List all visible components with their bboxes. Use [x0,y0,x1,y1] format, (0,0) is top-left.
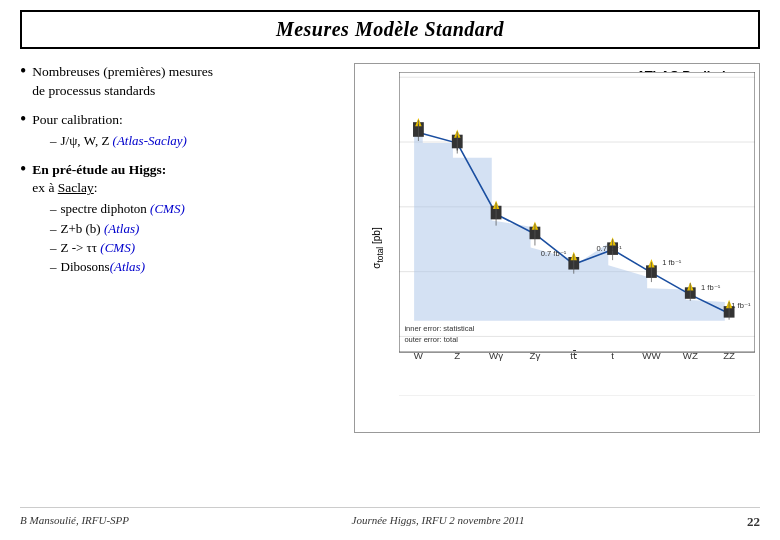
svg-text:1 fb⁻¹: 1 fb⁻¹ [701,284,721,293]
sub-item-jz: – J/ψ, W, Z (Atlas-Saclay) [50,132,340,150]
slide-title: Mesures Modèle Standard [20,10,760,49]
svg-text:1 fb⁻¹: 1 fb⁻¹ [662,258,682,267]
svg-text:1 fb⁻¹: 1 fb⁻¹ [731,301,751,310]
bullet-1-text: Nombreuses (premières) mesuresde process… [32,63,213,101]
svg-text:outer error: total: outer error: total [404,335,458,344]
bullet-dot-3: • [20,159,26,181]
sub-text-dibosons: Dibosons(Atlas) [61,258,146,276]
chart-plot: 10⁵ 10⁴ 10³ 10² 10 [399,72,755,396]
sub-text-diphoton: spectre diphoton (CMS) [61,200,185,218]
page-number: 22 [747,514,760,530]
dash: – [50,200,57,218]
content-area: • Nombreuses (premières) mesuresde proce… [20,63,760,499]
dash: – [50,239,57,257]
right-panel: ATLAS Preliminary ∫ L dt = 0.035 - 1.04 … [354,63,760,499]
bullet-3-sublist: – spectre diphoton (CMS) – Z+b (b) (Atla… [50,200,340,276]
dash: – [50,258,57,276]
bullet-3-text: En pré-étude au Higgs: ex à Saclay: [32,161,166,199]
chart-container: ATLAS Preliminary ∫ L dt = 0.035 - 1.04 … [354,63,760,433]
bullet-1: • Nombreuses (premières) mesuresde proce… [20,63,340,101]
bullet-dot-2: • [20,109,26,131]
sub-text-zb: Z+b (b) (Atlas) [61,220,140,238]
sub-item-ztautau: – Z -> ττ (CMS) [50,239,340,257]
svg-marker-11 [414,124,725,320]
svg-text:inner error: statistical: inner error: statistical [404,324,474,333]
svg-text:0.7 fb⁻¹: 0.7 fb⁻¹ [596,244,622,253]
bullet-2-sublist: – J/ψ, W, Z (Atlas-Saclay) [50,132,340,150]
bullet-2-text: Pour calibration: [32,111,122,130]
bullet-2: • Pour calibration: – J/ψ, W, Z (Atlas-S… [20,111,340,151]
left-panel: • Nombreuses (premières) mesuresde proce… [20,63,340,499]
chart-svg: 10⁵ 10⁴ 10³ 10² 10 [399,72,755,396]
title-text: Mesures Modèle Standard [276,18,504,40]
y-axis-label: σtotal [pb] [371,227,385,268]
bullet-3: • En pré-étude au Higgs: ex à Saclay: – … [20,161,340,277]
sub-text-jz: J/ψ, W, Z (Atlas-Saclay) [61,132,187,150]
svg-text:0.7 fb⁻¹: 0.7 fb⁻¹ [541,249,567,258]
slide-page: Mesures Modèle Standard • Nombreuses (pr… [0,0,780,540]
footer-center: Journée Higgs, IRFU 2 novembre 2011 [352,514,525,530]
bullet-dot-1: • [20,61,26,83]
sub-text-ztautau: Z -> ττ (CMS) [61,239,135,257]
dash: – [50,132,57,150]
sub-item-dibosons: – Dibosons(Atlas) [50,258,340,276]
sub-item-zb: – Z+b (b) (Atlas) [50,220,340,238]
footer: B Mansoulié, IRFU-SPP Journée Higgs, IRF… [20,507,760,530]
dash: – [50,220,57,238]
footer-left: B Mansoulié, IRFU-SPP [20,514,129,530]
sub-item-diphoton: – spectre diphoton (CMS) [50,200,340,218]
